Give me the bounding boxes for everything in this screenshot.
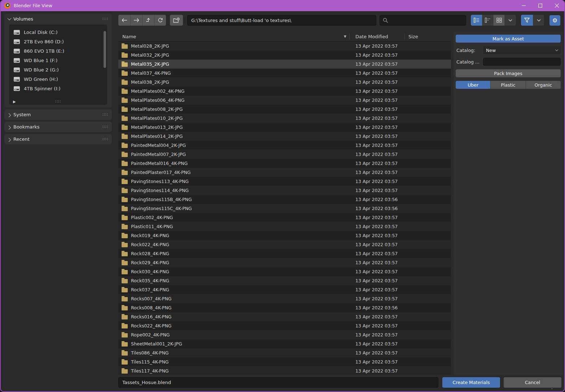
sidebar-section-bookmarks[interactable]: Bookmarks∷∷	[4, 122, 112, 132]
column-header-name[interactable]: Name ▼	[118, 34, 349, 39]
cancel-button[interactable]: Cancel	[504, 377, 561, 388]
file-row[interactable]: Rock019_4K-PNG13 Apr 2022 03:57	[118, 231, 451, 240]
search-input[interactable]	[380, 15, 466, 26]
file-name: PaintedPlaster017_4K-PNG	[131, 170, 191, 175]
display-mode-dropdown[interactable]	[504, 15, 516, 26]
file-row[interactable]: Rock035_4K-PNG13 Apr 2022 03:57	[118, 276, 451, 285]
file-row[interactable]: MetalPlates006_4K-PNG13 Apr 2022 03:57	[118, 96, 451, 105]
file-name: MetalPlates010_2K-JPG	[131, 116, 183, 121]
file-row[interactable]: SheetMetal001_2K-JPG13 Apr 2022 03:57	[118, 339, 451, 348]
maximize-button[interactable]	[532, 0, 548, 11]
file-row[interactable]: Rocks016_4K-PNG13 Apr 2022 03:57	[118, 312, 451, 321]
parent-directory-button[interactable]	[142, 15, 154, 26]
file-row[interactable]: MetalPlates008_2K-JPG13 Apr 2022 03:57	[118, 105, 451, 114]
display-vertical-list-button[interactable]	[471, 15, 482, 26]
sidebar-section-system[interactable]: System∷∷	[4, 109, 112, 120]
column-header-date[interactable]: Date Modified	[350, 34, 404, 39]
grip-handle-icon[interactable]: ∷∷	[102, 113, 108, 117]
close-button[interactable]	[548, 0, 565, 11]
drive-icon	[14, 58, 20, 63]
display-thumbnails-button[interactable]	[493, 15, 504, 26]
file-row[interactable]: MetalPlates013_2K-JPG13 Apr 2022 03:57	[118, 123, 451, 132]
resize-grip-icon[interactable]: ∷∷	[55, 99, 61, 104]
volume-item[interactable]: WD Blue 2 (G:)	[9, 65, 107, 74]
filename-input[interactable]	[118, 377, 438, 388]
file-row[interactable]: Rocks022_4K-PNG13 Apr 2022 03:57	[118, 321, 451, 330]
file-row[interactable]: Rock028_4K-PNG13 Apr 2022 03:57	[118, 249, 451, 258]
folder-icon	[122, 189, 128, 193]
file-row[interactable]: Rock037_4K-PNG13 Apr 2022 03:57	[118, 285, 451, 294]
sidebar-section-recent[interactable]: Recent∷∷	[4, 134, 112, 144]
file-row[interactable]: PavingStones115B_4K-PNG13 Apr 2022 03:56	[118, 195, 451, 204]
file-row[interactable]: Rocks007_4K-PNG13 Apr 2022 03:57	[118, 294, 451, 303]
filter-button[interactable]	[521, 15, 533, 26]
file-row[interactable]: PavingStones115C_4K-PNG13 Apr 2022 03:56	[118, 204, 451, 213]
corner-expand-icon[interactable]: ˄	[551, 388, 553, 392]
file-row[interactable]: Plastic011_4K-PNG13 Apr 2022 03:57	[118, 222, 451, 231]
file-row[interactable]: Metal032_2K-JPG13 Apr 2022 03:57	[118, 51, 451, 60]
back-button[interactable]	[118, 15, 130, 26]
titlebar: Blender File View	[0, 0, 565, 11]
grip-handle-icon[interactable]: ∷∷	[102, 125, 108, 129]
file-row[interactable]: PaintedMetal016_4K-PNG13 Apr 2022 03:57	[118, 159, 451, 168]
file-row[interactable]: Rope002_4K-PNG13 Apr 2022 03:57	[118, 330, 451, 339]
volume-item[interactable]: WD Blue 1 (F:)	[9, 56, 107, 65]
folder-icon	[122, 243, 128, 247]
filter-dropdown[interactable]	[533, 15, 544, 26]
sort-descending-icon: ▼	[344, 35, 346, 38]
file-date: 13 Apr 2022 03:57	[349, 170, 404, 175]
grip-handle-icon[interactable]: ∷∷	[102, 137, 108, 141]
path-input[interactable]	[187, 15, 376, 26]
file-name: Rock029_4K-PNG	[131, 260, 169, 265]
file-row[interactable]: MetalPlates014_2K-JPG13 Apr 2022 03:57	[118, 132, 451, 141]
catalog-dropdown[interactable]: New	[483, 46, 561, 54]
catalog-name-input[interactable]	[483, 58, 561, 66]
file-row[interactable]: Metal038_2K-JPG13 Apr 2022 03:57	[118, 78, 451, 87]
material-tab-plastic[interactable]: Plastic	[490, 81, 525, 89]
mark-as-asset-button[interactable]: Mark as Asset	[456, 35, 561, 43]
file-row[interactable]: MetalPlates010_2K-JPG13 Apr 2022 03:57	[118, 114, 451, 123]
file-row[interactable]: PaintedMetal004_2K-JPG13 Apr 2022 03:57	[118, 141, 451, 150]
file-row[interactable]: Rocks008_4K-PNG13 Apr 2022 03:56	[118, 303, 451, 312]
volume-item[interactable]: 2TB Evo 860 (D:)	[9, 37, 107, 46]
material-tab-organic[interactable]: Organic	[526, 81, 561, 89]
settings-button[interactable]: ⚙	[549, 15, 560, 26]
volumes-panel-header[interactable]: Volumes ∷∷	[4, 14, 112, 24]
new-folder-button[interactable]	[170, 15, 183, 26]
file-row[interactable]: Rock030_4K-PNG13 Apr 2022 03:57	[118, 267, 451, 276]
refresh-button[interactable]	[154, 15, 166, 26]
volumes-scrollbar[interactable]	[104, 31, 106, 68]
file-row[interactable]: MetalPlates002_4K-PNG13 Apr 2022 03:57	[118, 87, 451, 96]
file-row[interactable]: Metal037_4K-PNG13 Apr 2022 03:57	[118, 69, 451, 78]
column-header-size[interactable]: Size	[405, 34, 451, 39]
material-tab-uber[interactable]: Uber	[456, 81, 490, 89]
file-row[interactable]: Metal035_2K-JPG13 Apr 2022 03:57	[118, 60, 451, 69]
grip-handle-icon[interactable]: ∷∷	[102, 17, 108, 21]
volume-item[interactable]: Local Disk (C:)	[9, 27, 107, 37]
file-list: Name ▼ Date Modified Size Metal028_2K-JP…	[118, 32, 451, 375]
forward-button[interactable]	[130, 15, 142, 26]
file-row[interactable]: Tiles117_4K-PNG13 Apr 2022 03:57	[118, 366, 451, 375]
volume-item[interactable]: WD Green (H:)	[9, 74, 107, 84]
display-horizontal-list-button[interactable]	[482, 15, 493, 26]
file-row[interactable]: Rock022_4K-PNG13 Apr 2022 03:57	[118, 240, 451, 249]
file-row[interactable]: Tiles115_4K-PNG13 Apr 2022 03:57	[118, 357, 451, 366]
minimize-button[interactable]	[515, 0, 532, 11]
file-row[interactable]: Tiles086_4K-PNG13 Apr 2022 03:57	[118, 348, 451, 357]
file-row[interactable]: PavingStones114_4K-PNG13 Apr 2022 03:57	[118, 186, 451, 195]
file-row[interactable]: PaintedPlaster017_4K-PNG13 Apr 2022 03:5…	[118, 168, 451, 177]
create-materials-button[interactable]: Create Materials	[442, 377, 500, 388]
volume-item[interactable]: 860 EVO 1TB (E:)	[9, 46, 107, 56]
file-row[interactable]: PavingStones113_4K-PNG13 Apr 2022 03:57	[118, 177, 451, 186]
pack-images-button[interactable]: Pack Images	[456, 69, 561, 77]
file-row[interactable]: PaintedMetal007_2K-JPG13 Apr 2022 03:57	[118, 150, 451, 159]
folder-icon	[122, 324, 128, 328]
play-arrow-icon[interactable]: ▶	[13, 100, 16, 104]
file-date: 13 Apr 2022 03:57	[349, 224, 404, 229]
file-row[interactable]: Plastic002_4K-PNG13 Apr 2022 03:57	[118, 213, 451, 222]
volume-item[interactable]: 4TB Spinner (I:)	[9, 84, 107, 93]
asset-panel: Mark as Asset Catalog: New Catalog ... P…	[454, 32, 563, 375]
file-date: 13 Apr 2022 03:57	[349, 143, 404, 148]
file-row[interactable]: Metal028_2K-JPG13 Apr 2022 03:57	[118, 42, 451, 51]
file-row[interactable]: Rock029_4K-PNG13 Apr 2022 03:57	[118, 258, 451, 267]
